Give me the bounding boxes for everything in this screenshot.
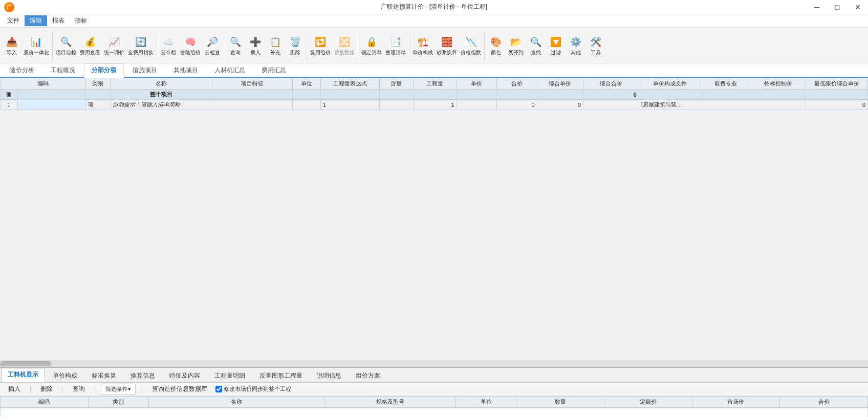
bottom-tab-standard-calc[interactable]: 标准换算 xyxy=(85,369,123,382)
bottom-db-query-btn[interactable]: 查询造价信息数据库 xyxy=(148,384,211,394)
col-total-header: 合价 xyxy=(497,78,537,90)
horizontal-scrollbar[interactable] xyxy=(0,360,868,367)
toolbar-expand-to-btn[interactable]: 📂 展开到 xyxy=(506,34,526,57)
row-fee-cell xyxy=(701,100,750,110)
bottom-query-btn[interactable]: 查询 xyxy=(69,384,89,394)
col-expr-header: 工程量表达式 xyxy=(320,78,379,90)
window-controls[interactable]: ─ □ ✕ xyxy=(807,0,868,14)
tab-project-overview[interactable]: 工程概况 xyxy=(43,63,83,77)
row-feature-cell[interactable] xyxy=(212,100,293,110)
group-feature-cell xyxy=(212,90,293,100)
row-expr-cell[interactable]: 1 xyxy=(320,100,379,110)
bottom-tab-unit-compose[interactable]: 单价构成 xyxy=(46,369,84,382)
bottom-toolbar: 插入 | 删除 | 查询 | 筛选条件▾ | 查询造价信息数据库 修改市场价同步… xyxy=(0,383,868,396)
bottom-tab-reverse-query[interactable]: 反查图形工程量 xyxy=(253,369,309,382)
toolbar-mortar-calc-btn[interactable]: 🧱 砂浆换算 xyxy=(435,34,459,57)
group-synthprice-cell xyxy=(537,90,583,100)
toolbar-unit-compose-btn[interactable]: 🏗️ 单价构成 xyxy=(411,34,435,57)
row-code-cell[interactable] xyxy=(17,100,85,110)
sync-checkbox-label[interactable]: 修改市场价同步到整个工程 xyxy=(215,385,291,393)
maximize-button[interactable]: □ xyxy=(827,0,848,14)
toolbar-qty-integration-btn[interactable]: 📊 量价一体化 xyxy=(22,34,51,57)
minimize-button[interactable]: ─ xyxy=(807,0,827,14)
toolbar-color-btn[interactable]: 🎨 颜色 xyxy=(486,34,506,57)
row-name-cell[interactable]: 自动提示：请输入清单简称 xyxy=(111,100,212,110)
bottom-filter-btn[interactable]: 筛选条件▾ xyxy=(101,384,136,394)
row-minprice-cell: 0 xyxy=(806,100,868,110)
row-synthprice-cell: 0 xyxy=(537,100,583,110)
row-synthtotal-cell xyxy=(583,100,639,110)
scrollbar-thumb[interactable] xyxy=(0,361,51,366)
toolbar-fee-check-btn[interactable]: 💰 费用查看 xyxy=(78,34,102,57)
toolbar-price-index-btn[interactable]: 📉 价格指数 xyxy=(459,34,483,57)
main-table-area[interactable]: 编码 类别 名称 项目特征 单位 工程量表达式 含量 工程量 单价 合价 综合单… xyxy=(0,78,868,360)
toolbar-cloud-archive-btn[interactable]: ☁️ 云存档 xyxy=(159,34,178,57)
tab-section-items[interactable]: 分部分项 xyxy=(84,63,124,78)
bottom-tab-group-plan[interactable]: 组价方案 xyxy=(349,369,387,382)
title-bar: 广 广联达预算计价 - [清单计价 - 单位工程] ─ □ ✕ xyxy=(0,0,868,14)
col-fee-header: 取费专业 xyxy=(701,78,750,90)
app-logo: 广 xyxy=(4,2,14,12)
bottom-tabs-bar: 工料机显示 单价构成 标准换算 换算信息 特征及内容 工程量明细 反查图形工程量… xyxy=(0,368,868,383)
toolbar-filter-btn[interactable]: 🔽 过滤 xyxy=(546,34,566,57)
bottom-tab-calc-info[interactable]: 换算信息 xyxy=(124,369,162,382)
toolbar-query-btn[interactable]: 🔍 查询 xyxy=(226,34,245,57)
menu-index[interactable]: 指标 xyxy=(70,15,92,26)
bottom-tab-qty-detail[interactable]: 工程量明细 xyxy=(208,369,252,382)
toolbar-other-btn[interactable]: ⚙️ 其他 xyxy=(566,34,585,57)
close-button[interactable]: ✕ xyxy=(848,0,868,14)
bottom-insert-btn[interactable]: 插入 xyxy=(4,384,25,394)
toolbar-project-check-btn[interactable]: 🔍 项目自检 xyxy=(54,34,78,57)
toolbar-tools-btn[interactable]: 🛠️ 工具 xyxy=(586,34,605,57)
tab-other-items[interactable]: 其他项目 xyxy=(166,63,206,77)
group-type-cell xyxy=(85,90,110,100)
menu-bar: 文件 编辑 报表 指标 xyxy=(0,14,868,28)
toolbar: 📥 导入 📊 量价一体化 🔍 项目自检 💰 费用查看 📈 统一调价 🔄 全费用切… xyxy=(0,28,868,63)
separator2: | xyxy=(62,386,63,393)
separator1: | xyxy=(30,386,31,393)
bottom-delete-btn[interactable]: 删除 xyxy=(36,384,57,394)
col-pricefile-header: 单价构成文件 xyxy=(639,78,701,90)
bottom-tab-feature-content[interactable]: 特征及内容 xyxy=(163,369,207,382)
row-total-cell: 0 xyxy=(497,100,537,110)
main-tabs-bar: 造价分析 工程概况 分部分项 措施项目 其他项目 人材机汇总 费用汇总 xyxy=(0,63,868,78)
row-unit-cell[interactable] xyxy=(293,100,320,110)
menu-edit[interactable]: 编辑 xyxy=(25,15,47,26)
group-fee-cell xyxy=(701,90,750,100)
tab-cost-analysis[interactable]: 造价分析 xyxy=(2,63,42,77)
menu-file[interactable]: 文件 xyxy=(2,15,25,26)
toolbar-delete-btn[interactable]: 🗑️ 删除 xyxy=(286,34,305,57)
row-price-cell xyxy=(457,100,497,110)
tab-fee-summary[interactable]: 费用汇总 xyxy=(254,63,294,77)
toolbar-all-fee-btn[interactable]: 🔄 全费用切换 xyxy=(126,34,155,57)
separator3: | xyxy=(94,386,96,393)
bottom-tab-labor-machine[interactable]: 工料机显示 xyxy=(1,368,45,382)
group-expand-cell[interactable]: ▣ xyxy=(1,90,18,100)
toolbar-organize-clear-btn[interactable]: 📑 整理清单 xyxy=(384,34,407,57)
col-synthprice-header: 综合单价 xyxy=(537,78,583,90)
toolbar-cloud-check-btn[interactable]: 🔎 云检查 xyxy=(203,34,222,57)
row-qtyval-cell xyxy=(379,100,413,110)
toolbar-unified-price-btn[interactable]: 📈 统一调价 xyxy=(102,34,126,57)
toolbar-supplement-btn[interactable]: 📋 补充 xyxy=(266,34,285,57)
group-total-cell xyxy=(497,90,537,100)
tab-labor-material[interactable]: 人材机汇总 xyxy=(207,63,253,77)
bottom-col-spec: 规格及型号 xyxy=(324,397,455,408)
menu-report[interactable]: 报表 xyxy=(47,15,70,26)
bottom-tab-description[interactable]: 说明信息 xyxy=(310,369,348,382)
separator4: | xyxy=(141,386,142,393)
group-qtyval-cell xyxy=(379,90,413,100)
toolbar-import-btn[interactable]: 📥 导入 xyxy=(2,34,21,57)
toolbar-lock-clear-btn[interactable]: 🔒 锁定清单 xyxy=(360,34,383,57)
toolbar-insert-btn[interactable]: ➕ 插入 xyxy=(246,34,265,57)
tab-measures[interactable]: 措施项目 xyxy=(125,63,165,77)
bottom-col-total: 合价 xyxy=(780,397,868,408)
toolbar-find-btn[interactable]: 🔍 查找 xyxy=(526,34,546,57)
col-minprice-header: 最低限价综合单价 xyxy=(806,78,868,90)
toolbar-complex-group-btn[interactable]: 🔁 复用组价 xyxy=(309,34,332,57)
bottom-col-unit: 单位 xyxy=(456,397,516,408)
bottom-col-type: 类别 xyxy=(88,397,148,408)
sync-checkbox[interactable] xyxy=(215,386,222,392)
col-control-header: 招标控制价 xyxy=(750,78,806,90)
toolbar-smart-group-btn[interactable]: 🧠 智能组价 xyxy=(179,34,202,57)
